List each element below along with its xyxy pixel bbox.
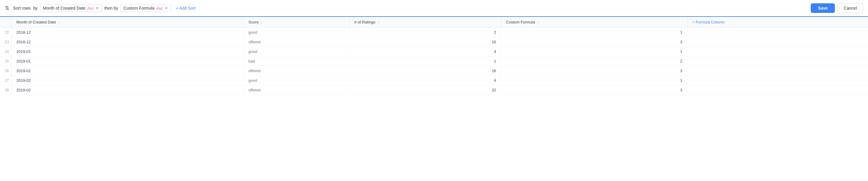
- sort2-order: Asc: [156, 6, 163, 10]
- cell-add-formula: [687, 66, 868, 76]
- sort1-field: Month of Created Date: [43, 6, 86, 10]
- then-by-label: then by: [104, 6, 118, 10]
- cell-score: offered: [244, 85, 350, 95]
- row-number: 25: [0, 57, 11, 66]
- toolbar: ⇅ Sort rows by Month of Created Date Asc…: [0, 0, 868, 17]
- row-number: 28: [0, 85, 11, 95]
- col-header-ratings: # of Ratings ⌄: [349, 17, 501, 28]
- sort2-field: Custom Formula: [123, 6, 154, 10]
- cell-formula: 2: [501, 57, 687, 66]
- col-month-chevron-icon[interactable]: ⌄: [58, 20, 61, 24]
- cell-ratings: 1: [349, 57, 501, 66]
- cell-add-formula: [687, 28, 868, 37]
- cell-month: 2019-02: [11, 85, 244, 95]
- cell-score: bad: [244, 57, 350, 66]
- cell-add-formula: [687, 57, 868, 66]
- cell-formula: 3: [501, 37, 687, 47]
- cell-add-formula: [687, 47, 868, 57]
- cell-ratings: 16: [349, 37, 501, 47]
- row-number: 23: [0, 37, 11, 47]
- cell-month: 2019-01: [11, 47, 244, 57]
- table-row: 262019-01offered163: [0, 66, 868, 76]
- cell-add-formula: [687, 37, 868, 47]
- table-row: 272019-02good41: [0, 76, 868, 85]
- cell-score: good: [244, 76, 350, 85]
- cell-formula: 1: [501, 76, 687, 85]
- table-row: 232018-12offered163: [0, 37, 868, 47]
- row-number: 27: [0, 76, 11, 85]
- add-sort-button[interactable]: + Add Sort: [173, 4, 198, 12]
- cell-ratings: 4: [349, 47, 501, 57]
- col-header-score: Score ⌄: [244, 17, 350, 28]
- sort2-close-icon[interactable]: ✕: [164, 6, 168, 10]
- sort1-close-icon[interactable]: ✕: [96, 6, 99, 10]
- sort-icon: ⇅: [5, 5, 9, 11]
- cell-formula: 3: [501, 66, 687, 76]
- col-ratings-chevron-icon[interactable]: ⌄: [377, 20, 380, 24]
- cancel-button[interactable]: Cancel: [837, 3, 863, 13]
- cell-month: 2018-12: [11, 28, 244, 37]
- row-number: 22: [0, 28, 11, 37]
- cell-ratings: 16: [349, 66, 501, 76]
- by-label: by: [33, 6, 38, 10]
- row-num-header: [0, 17, 11, 28]
- table-row: 222018-12good21: [0, 28, 868, 37]
- row-number: 26: [0, 66, 11, 76]
- col-header-month: Month of Created Date ⌄: [11, 17, 244, 28]
- cell-month: 2019-02: [11, 76, 244, 85]
- cell-formula: 1: [501, 28, 687, 37]
- cell-month: 2019-01: [11, 66, 244, 76]
- cell-month: 2019-01: [11, 57, 244, 66]
- col-score-chevron-icon[interactable]: ⌄: [260, 20, 263, 24]
- col-header-formula: Custom Formula ⌄: [501, 17, 687, 28]
- save-button[interactable]: Save: [811, 3, 835, 13]
- cell-formula: 1: [501, 47, 687, 57]
- table-row: 242019-01good41: [0, 47, 868, 57]
- data-table: Month of Created Date ⌄ Score ⌄ # of Rat…: [0, 17, 868, 95]
- cell-score: good: [244, 28, 350, 37]
- cell-ratings: 4: [349, 76, 501, 85]
- sort-chip-2: Custom Formula Asc ✕: [121, 4, 171, 12]
- cell-ratings: 22: [349, 85, 501, 95]
- cell-score: offered: [244, 37, 350, 47]
- table-row: 252019-01bad12: [0, 57, 868, 66]
- cell-month: 2018-12: [11, 37, 244, 47]
- table-header-row: Month of Created Date ⌄ Score ⌄ # of Rat…: [0, 17, 868, 28]
- cell-formula: 3: [501, 85, 687, 95]
- cell-ratings: 2: [349, 28, 501, 37]
- cell-add-formula: [687, 76, 868, 85]
- col-formula-chevron-icon[interactable]: ⌄: [537, 20, 539, 24]
- sort-chip-1: Month of Created Date Asc ✕: [40, 4, 102, 12]
- col-header-add-formula[interactable]: + Formula Column: [687, 17, 868, 28]
- table-row: 282019-02offered223: [0, 85, 868, 95]
- cell-score: offered: [244, 66, 350, 76]
- cell-add-formula: [687, 85, 868, 95]
- row-number: 24: [0, 47, 11, 57]
- sort-rows-label: Sort rows: [13, 6, 31, 10]
- cell-score: good: [244, 47, 350, 57]
- sort1-order: Asc: [87, 6, 94, 10]
